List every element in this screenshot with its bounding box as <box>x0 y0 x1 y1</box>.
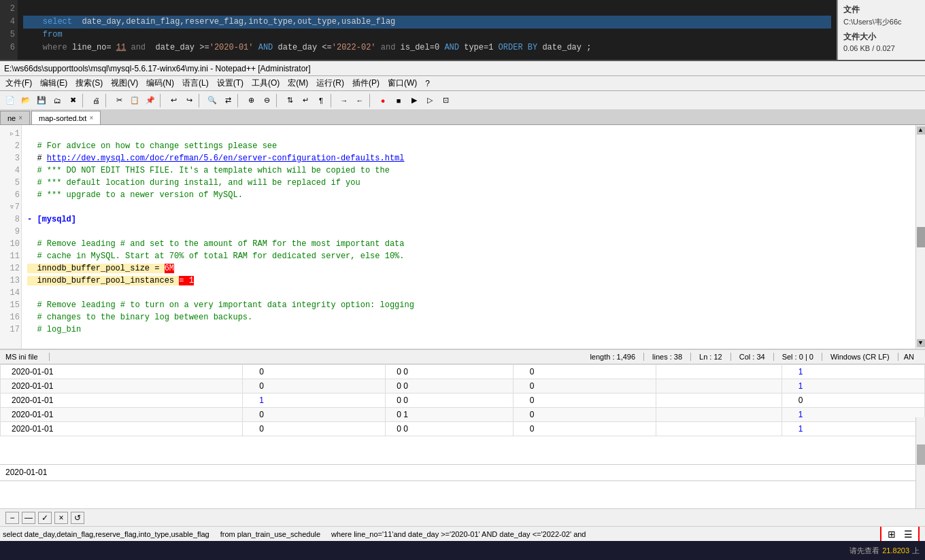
editor-content[interactable]: # For advice on how to change settings p… <box>22 125 915 349</box>
status-bar: MS ini file length : 1,496 lines : 38 Ln… <box>0 349 925 364</box>
menu-view[interactable]: 视图(V) <box>107 76 142 90</box>
allchars-button[interactable]: ¶ <box>314 93 329 108</box>
title-text: E:\ws66ds\supporttools\msql\mysql-5.6.17… <box>4 64 311 73</box>
zoom-in-button[interactable]: ⊕ <box>243 93 258 108</box>
filesize-label: 文件大小 <box>843 31 920 43</box>
status-col: Col : 34 <box>731 353 774 361</box>
scroll-thumb[interactable] <box>917 227 925 247</box>
cell-date-5: 2020-01-01 <box>1 422 243 436</box>
menu-search[interactable]: 搜索(S) <box>71 76 107 90</box>
dash-button[interactable]: — <box>22 512 35 524</box>
single-row-value: 2020-01-01 <box>5 468 47 477</box>
editor-scrollbar[interactable]: ▲ ▼ <box>915 125 925 349</box>
unindent-button[interactable]: ← <box>352 93 367 108</box>
undo-button[interactable]: ↩ <box>166 93 181 108</box>
scroll-down-button[interactable]: ▼ <box>917 339 925 347</box>
macro-play2-button[interactable]: ▷ <box>422 93 437 108</box>
cross-button[interactable]: × <box>54 512 68 524</box>
tab-bar: ne × map-sorted.txt × <box>0 110 925 125</box>
find-button[interactable]: 🔍 <box>205 93 220 108</box>
refresh-button[interactable]: ↺ <box>71 512 84 524</box>
cell-v2-5: 0 0 <box>386 422 513 436</box>
cell-date-4: 2020-01-01 <box>1 408 243 422</box>
cell-v5-1: 1 <box>781 365 924 379</box>
macro-save-button[interactable]: ⊡ <box>438 93 453 108</box>
bottom-toolbar: − — ✓ × ↺ <box>0 508 925 526</box>
open-button[interactable]: 📂 <box>18 93 33 108</box>
save-button[interactable]: 💾 <box>34 93 49 108</box>
cell-v2-1: 0 0 <box>386 365 513 379</box>
data-scrollbar[interactable]: ▼ <box>915 417 925 465</box>
indent-button[interactable]: → <box>337 93 352 108</box>
check-button[interactable]: ✓ <box>38 512 52 524</box>
grid-view-icon[interactable]: ⊞ <box>884 528 899 540</box>
file-label: 文件 <box>843 4 920 16</box>
paste-button[interactable]: 📌 <box>143 93 158 108</box>
scroll-up-button[interactable]: ▲ <box>917 126 925 135</box>
tab-map-sorted-close[interactable]: × <box>89 114 93 122</box>
tab-ne[interactable]: ne × <box>0 111 30 124</box>
cell-date-3: 2020-01-01 <box>1 393 243 408</box>
macro-rec-button[interactable]: ● <box>375 93 390 108</box>
toolbar: 📄 📂 💾 🗂 ✖ 🖨 ✂ 📋 📌 ↩ ↪ 🔍 ⇄ ⊕ ⊖ ⇅ ↵ ¶ → ← … <box>0 91 925 110</box>
list-view-icon[interactable]: ☰ <box>901 528 915 540</box>
table-row: 2020-01-01 0 0 0 0 1 <box>1 422 925 436</box>
tab-map-sorted-label: map-sorted.txt <box>39 114 86 122</box>
status-extra: AN <box>898 353 920 361</box>
replace-button[interactable]: ⇄ <box>220 93 235 108</box>
menu-file[interactable]: 文件(F) <box>1 76 36 90</box>
cell-date-2: 2020-01-01 <box>1 379 243 393</box>
status-sel: Sel : 0 | 0 <box>774 353 822 361</box>
macro-stop-button[interactable]: ■ <box>391 93 406 108</box>
menu-macro[interactable]: 宏(M) <box>284 76 312 90</box>
menu-run[interactable]: 运行(R) <box>312 76 348 90</box>
cell-date-1: 2020-01-01 <box>1 365 243 379</box>
macro-play-button[interactable]: ▶ <box>407 93 422 108</box>
copy-button[interactable]: 📋 <box>127 93 142 108</box>
menu-tools[interactable]: 工具(O) <box>248 76 284 90</box>
notepad-titlebar: E:\ws66ds\supporttools\msql\mysql-5.6.17… <box>0 61 925 76</box>
wordwrap-button[interactable]: ↵ <box>298 93 313 108</box>
menu-edit[interactable]: 编辑(E) <box>36 76 71 90</box>
data-scroll-thumb[interactable] <box>917 444 925 465</box>
taskbar: 请先查看 21.8203 上 <box>0 541 925 560</box>
data-table: 2020-01-01 0 0 0 0 1 2020-01-01 0 0 0 0 … <box>0 364 925 436</box>
print-button[interactable]: 🖨 <box>88 93 103 108</box>
menu-encode[interactable]: 编码(N) <box>142 76 178 90</box>
status-ln: Ln : 12 <box>691 353 731 361</box>
tab-ne-label: ne <box>7 114 16 122</box>
tab-ne-close[interactable]: × <box>18 114 22 122</box>
cell-v3-3: 0 <box>513 393 656 408</box>
cell-v1-3: 1 <box>243 393 386 408</box>
menu-plugins[interactable]: 插件(P) <box>348 76 384 90</box>
top-line-numbers: 2456 <box>0 0 18 60</box>
editor-gutter: ▷1 2 3 4 5 6 ▽7 8 9 10 11 12 13 14 15 16… <box>0 125 22 349</box>
menu-lang[interactable]: 语言(L) <box>178 76 213 90</box>
cell-v3-1: 0 <box>513 365 656 379</box>
cell-v3-4: 0 <box>513 408 656 422</box>
minus-button[interactable]: − <box>5 512 19 524</box>
sql-select-part: select date_day,detain_flag,reserve_flag… <box>3 530 220 538</box>
table-row: 2020-01-01 0 0 0 0 1 <box>1 379 925 393</box>
table-row: 2020-01-01 1 0 0 0 0 <box>1 393 925 408</box>
table-row: 2020-01-01 0 0 0 0 1 <box>1 365 925 379</box>
sync-scroll-button[interactable]: ⇅ <box>282 93 297 108</box>
filesize-value: 0.06 KB / 0.027 <box>843 44 920 52</box>
cell-v1-5: 0 <box>243 422 386 436</box>
cell-v4-5 <box>656 422 781 436</box>
taskbar-text: 请先查看 <box>850 546 879 556</box>
top-sql-content: select date_day,detain_flag,reserve_flag… <box>18 0 837 60</box>
close-button[interactable]: ✖ <box>65 93 80 108</box>
redo-button[interactable]: ↪ <box>182 93 197 108</box>
cut-button[interactable]: ✂ <box>112 93 127 108</box>
saveall-button[interactable]: 🗂 <box>50 93 65 108</box>
menu-help[interactable]: ? <box>421 77 434 90</box>
status-length: length : 1,496 <box>582 353 644 361</box>
cell-v4-1 <box>656 365 781 379</box>
tab-map-sorted[interactable]: map-sorted.txt × <box>31 111 101 124</box>
new-button[interactable]: 📄 <box>3 93 18 108</box>
menu-window[interactable]: 窗口(W) <box>384 76 421 90</box>
menu-settings[interactable]: 设置(T) <box>213 76 248 90</box>
zoom-out-button[interactable]: ⊖ <box>259 93 274 108</box>
cell-v5-5: 1 <box>781 422 924 436</box>
